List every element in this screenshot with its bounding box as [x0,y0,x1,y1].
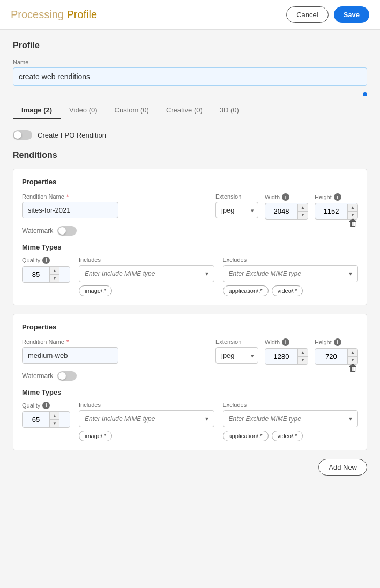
card2-width-up[interactable]: ▲ [298,349,308,357]
card2-excludes-label: Excludes [223,402,359,408]
card1-field-row: Rendition Name * Extension jpeg png gif [22,193,358,220]
card1-height-group: Height i ▲ ▼ [315,193,358,220]
save-button[interactable]: Save [334,6,369,23]
card2-width-input[interactable] [265,349,297,364]
card1-excludes-dropdown: ▾ [223,265,359,282]
card1-excludes-dropdown-btn[interactable]: ▾ [344,270,357,277]
card1-includes-input[interactable] [79,266,200,282]
card1-includes-label: Includes [79,257,214,263]
card1-width-wrapper: ▲ ▼ [265,203,308,220]
card1-height-label: Height i [315,193,358,201]
card1-rendition-name-label: Rendition Name * [22,193,209,200]
dot-indicator-wrapper [13,92,367,99]
card2-quality-up[interactable]: ▲ [50,412,59,420]
card2-include-tags: image/.* [79,431,214,441]
card2-includes-input[interactable] [79,411,200,427]
header-actions: Cancel Save [286,6,369,23]
card1-includes-group: Includes ▾ image/.* [79,257,214,296]
tab-video[interactable]: Video (0) [61,102,106,119]
card1-delete-icon[interactable]: 🗑 [348,217,358,229]
card1-extension-group: Extension jpeg png gif [215,193,258,218]
title-text-2: Profile [64,9,97,20]
card2-includes-group: Includes ▾ image/.* [79,402,214,441]
card1-quality-label: Quality i [22,257,70,264]
card2-height-input[interactable] [315,349,347,364]
card1-width-down[interactable]: ▼ [298,212,308,219]
card1-excludes-label: Excludes [223,257,359,263]
card2-excludes-dropdown: ▾ [223,410,359,427]
card1-height-input[interactable] [315,203,347,219]
card2-width-wrapper: ▲ ▼ [265,348,308,365]
add-new-button[interactable]: Add New [318,459,367,476]
card2-include-tag-1[interactable]: image/.* [79,431,112,441]
card1-rendition-name-input[interactable] [22,202,118,218]
card2-excludes-group: Excludes ▾ application/.* video/.* [223,402,359,441]
card1-include-tag-1[interactable]: image/.* [79,285,112,296]
card1-width-up[interactable]: ▲ [298,204,308,212]
title-text-1: Processing [11,9,64,20]
card1-includes-dropdown: ▾ [79,265,214,282]
card1-quality-spinners: ▲ ▼ [49,267,59,282]
add-new-row: Add New [13,459,367,476]
card2-exclude-tag-1[interactable]: application/.* [223,431,269,441]
card1-quality-input[interactable] [23,267,49,282]
card2-height-group: Height i ▲ ▼ [315,338,358,365]
card2-width-label: Width i [265,338,308,346]
card1-exclude-tag-2[interactable]: video/.* [272,285,303,296]
width-info-icon: i [282,193,289,201]
fpo-toggle[interactable] [13,130,32,140]
tab-creative[interactable]: Creative (0) [158,102,211,119]
card2-width-down[interactable]: ▼ [298,357,308,364]
card2-includes-label: Includes [79,402,214,408]
card2-rendition-name-label: Rendition Name * [22,338,209,345]
card1-quality-group: Quality i ▲ ▼ [22,257,70,283]
card1-height-up[interactable]: ▲ [348,204,357,212]
card1-excludes-input[interactable] [223,266,344,282]
card2-quality-down[interactable]: ▼ [50,420,59,427]
card2-height-up[interactable]: ▲ [348,349,357,357]
card1-mime-types-title: Mime Types [22,243,358,251]
card2-title: Properties [22,323,358,331]
fpo-row: Create FPO Rendition [13,130,367,140]
card1-quality-down[interactable]: ▼ [50,275,59,282]
card2-delete-icon[interactable]: 🗑 [348,363,358,374]
card1-exclude-tag-1[interactable]: application/.* [223,285,269,296]
card2-rendition-name-input[interactable] [22,347,118,364]
card2-excludes-dropdown-btn[interactable]: ▾ [344,415,357,423]
rendition-card-2: Properties Rendition Name * Extension jp… [13,314,367,450]
card1-watermark-row: Watermark [22,226,358,236]
tab-3d[interactable]: 3D (0) [211,102,248,119]
tabs-bar: Image (2) Video (0) Custom (0) Creative … [13,102,367,119]
card1-width-group: Width i ▲ ▼ [265,193,308,220]
card1-width-input[interactable] [265,203,297,219]
card1-watermark-label: Watermark [22,227,53,235]
card1-title: Properties [22,178,358,186]
profile-name-input[interactable] [13,67,367,86]
card1-width-spinners: ▲ ▼ [297,204,308,219]
cancel-button[interactable]: Cancel [286,6,328,23]
card1-extension-label: Extension [215,193,258,200]
card1-includes-dropdown-btn[interactable]: ▾ [200,270,214,277]
card2-width-group: Width i ▲ ▼ [265,338,308,365]
card2-extension-label: Extension [215,338,258,345]
card1-include-tags: image/.* [79,285,214,296]
card2-quality-group: Quality i ▲ ▼ [22,402,70,428]
card2-excludes-input[interactable] [223,411,344,427]
card1-quality-up[interactable]: ▲ [50,267,59,275]
dot-indicator [363,92,367,96]
profile-name-label: Name [13,59,367,65]
card2-watermark-toggle[interactable] [57,371,77,381]
card2-extension-select[interactable]: jpeg png gif [215,347,258,364]
card2-exclude-tag-2[interactable]: video/.* [272,431,303,441]
renditions-title: Renditions [13,150,367,160]
card2-includes-dropdown-btn[interactable]: ▾ [200,415,214,423]
card2-extension-group: Extension jpeg png gif [215,338,258,364]
card2-rendition-name-group: Rendition Name * [22,338,209,364]
card1-watermark-toggle[interactable] [57,226,77,236]
card2-watermark-label: Watermark [22,372,53,380]
card2-quality-input[interactable] [23,412,49,427]
tab-image[interactable]: Image (2) [13,102,61,119]
card1-extension-select[interactable]: jpeg png gif [215,202,258,218]
tab-custom[interactable]: Custom (0) [106,102,158,119]
card2-required-marker: * [66,338,69,345]
